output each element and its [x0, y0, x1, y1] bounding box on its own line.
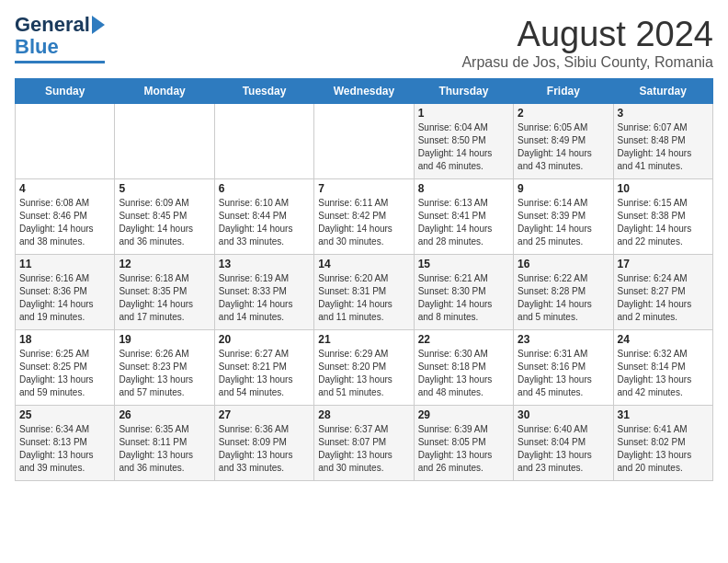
day-number: 17 — [618, 258, 709, 270]
logo-arrow-icon — [92, 16, 105, 34]
logo-blue-text: Blue — [15, 35, 59, 59]
day-number: 13 — [219, 258, 310, 270]
calendar-cell: 19Sunrise: 6:26 AM Sunset: 8:23 PM Dayli… — [115, 330, 214, 406]
column-header-friday: Friday — [514, 79, 613, 104]
day-info: Sunrise: 6:21 AM Sunset: 8:30 PM Dayligh… — [418, 272, 509, 324]
day-number: 21 — [318, 333, 409, 346]
day-info: Sunrise: 6:31 AM Sunset: 8:16 PM Dayligh… — [518, 348, 609, 399]
calendar-cell: 7Sunrise: 6:11 AM Sunset: 8:42 PM Daylig… — [314, 179, 414, 255]
day-info: Sunrise: 6:34 AM Sunset: 8:13 PM Dayligh… — [19, 423, 110, 475]
calendar-week-row: 11Sunrise: 6:16 AM Sunset: 8:36 PM Dayli… — [16, 255, 713, 330]
day-info: Sunrise: 6:27 AM Sunset: 8:21 PM Dayligh… — [219, 348, 310, 399]
calendar-cell: 22Sunrise: 6:30 AM Sunset: 8:18 PM Dayli… — [414, 330, 513, 406]
location-title: Arpasu de Jos, Sibiu County, Romania — [461, 54, 713, 71]
calendar-cell: 3Sunrise: 6:07 AM Sunset: 8:48 PM Daylig… — [613, 104, 712, 179]
column-header-tuesday: Tuesday — [214, 79, 313, 104]
day-number: 20 — [219, 333, 310, 346]
day-number: 6 — [219, 182, 310, 195]
calendar-cell: 16Sunrise: 6:22 AM Sunset: 8:28 PM Dayli… — [514, 255, 613, 330]
calendar-cell: 10Sunrise: 6:15 AM Sunset: 8:38 PM Dayli… — [613, 179, 712, 255]
day-number: 8 — [418, 182, 509, 195]
day-number: 27 — [219, 408, 310, 421]
day-number: 30 — [518, 408, 609, 421]
day-info: Sunrise: 6:09 AM Sunset: 8:45 PM Dayligh… — [119, 197, 210, 248]
day-number: 14 — [318, 258, 409, 270]
column-header-sunday: Sunday — [16, 79, 115, 104]
day-info: Sunrise: 6:37 AM Sunset: 8:07 PM Dayligh… — [318, 423, 409, 475]
day-number: 22 — [418, 333, 509, 346]
day-info: Sunrise: 6:29 AM Sunset: 8:20 PM Dayligh… — [318, 348, 409, 399]
calendar-cell — [16, 104, 115, 179]
day-info: Sunrise: 6:22 AM Sunset: 8:28 PM Dayligh… — [518, 272, 609, 324]
calendar-table: SundayMondayTuesdayWednesdayThursdayFrid… — [15, 78, 713, 481]
day-info: Sunrise: 6:36 AM Sunset: 8:09 PM Dayligh… — [219, 423, 310, 475]
calendar-cell: 24Sunrise: 6:32 AM Sunset: 8:14 PM Dayli… — [613, 330, 712, 406]
day-info: Sunrise: 6:15 AM Sunset: 8:38 PM Dayligh… — [618, 197, 709, 248]
calendar-cell: 25Sunrise: 6:34 AM Sunset: 8:13 PM Dayli… — [16, 406, 115, 481]
day-info: Sunrise: 6:05 AM Sunset: 8:49 PM Dayligh… — [518, 121, 609, 173]
logo: General Blue — [15, 15, 105, 63]
day-info: Sunrise: 6:08 AM Sunset: 8:46 PM Dayligh… — [19, 197, 110, 248]
calendar-cell: 27Sunrise: 6:36 AM Sunset: 8:09 PM Dayli… — [214, 406, 313, 481]
calendar-cell: 6Sunrise: 6:10 AM Sunset: 8:44 PM Daylig… — [214, 179, 313, 255]
day-info: Sunrise: 6:24 AM Sunset: 8:27 PM Dayligh… — [618, 272, 709, 324]
column-header-monday: Monday — [115, 79, 214, 104]
header: General Blue August 2024 Arpasu de Jos, … — [15, 15, 713, 71]
calendar-cell — [214, 104, 313, 179]
day-number: 12 — [119, 258, 210, 270]
calendar-cell — [115, 104, 214, 179]
column-header-wednesday: Wednesday — [314, 79, 414, 104]
day-info: Sunrise: 6:11 AM Sunset: 8:42 PM Dayligh… — [318, 197, 409, 248]
calendar-cell: 18Sunrise: 6:25 AM Sunset: 8:25 PM Dayli… — [16, 330, 115, 406]
day-info: Sunrise: 6:35 AM Sunset: 8:11 PM Dayligh… — [119, 423, 210, 475]
calendar-cell: 29Sunrise: 6:39 AM Sunset: 8:05 PM Dayli… — [414, 406, 513, 481]
day-info: Sunrise: 6:19 AM Sunset: 8:33 PM Dayligh… — [219, 272, 310, 324]
day-info: Sunrise: 6:20 AM Sunset: 8:31 PM Dayligh… — [318, 272, 409, 324]
day-number: 7 — [318, 182, 409, 195]
day-number: 15 — [418, 258, 509, 270]
day-number: 11 — [19, 258, 110, 270]
calendar-cell: 28Sunrise: 6:37 AM Sunset: 8:07 PM Dayli… — [314, 406, 414, 481]
day-number: 25 — [19, 408, 110, 421]
calendar-cell: 17Sunrise: 6:24 AM Sunset: 8:27 PM Dayli… — [613, 255, 712, 330]
day-info: Sunrise: 6:25 AM Sunset: 8:25 PM Dayligh… — [19, 348, 110, 399]
day-number: 28 — [318, 408, 409, 421]
calendar-cell: 15Sunrise: 6:21 AM Sunset: 8:30 PM Dayli… — [414, 255, 513, 330]
day-info: Sunrise: 6:14 AM Sunset: 8:39 PM Dayligh… — [518, 197, 609, 248]
day-info: Sunrise: 6:04 AM Sunset: 8:50 PM Dayligh… — [418, 121, 509, 173]
calendar-cell: 21Sunrise: 6:29 AM Sunset: 8:20 PM Dayli… — [314, 330, 414, 406]
title-area: August 2024 Arpasu de Jos, Sibiu County,… — [461, 15, 713, 71]
day-number: 9 — [518, 182, 609, 195]
calendar-cell: 30Sunrise: 6:40 AM Sunset: 8:04 PM Dayli… — [514, 406, 613, 481]
day-number: 2 — [518, 107, 609, 120]
calendar-cell: 9Sunrise: 6:14 AM Sunset: 8:39 PM Daylig… — [514, 179, 613, 255]
day-info: Sunrise: 6:26 AM Sunset: 8:23 PM Dayligh… — [119, 348, 210, 399]
calendar-header-row: SundayMondayTuesdayWednesdayThursdayFrid… — [16, 79, 713, 104]
day-info: Sunrise: 6:40 AM Sunset: 8:04 PM Dayligh… — [518, 423, 609, 475]
calendar-cell: 14Sunrise: 6:20 AM Sunset: 8:31 PM Dayli… — [314, 255, 414, 330]
calendar-week-row: 4Sunrise: 6:08 AM Sunset: 8:46 PM Daylig… — [16, 179, 713, 255]
calendar-week-row: 1Sunrise: 6:04 AM Sunset: 8:50 PM Daylig… — [16, 104, 713, 179]
calendar-cell: 4Sunrise: 6:08 AM Sunset: 8:46 PM Daylig… — [16, 179, 115, 255]
calendar-cell: 2Sunrise: 6:05 AM Sunset: 8:49 PM Daylig… — [514, 104, 613, 179]
calendar-cell: 8Sunrise: 6:13 AM Sunset: 8:41 PM Daylig… — [414, 179, 513, 255]
calendar-cell: 11Sunrise: 6:16 AM Sunset: 8:36 PM Dayli… — [16, 255, 115, 330]
column-header-saturday: Saturday — [613, 79, 712, 104]
calendar-cell: 12Sunrise: 6:18 AM Sunset: 8:35 PM Dayli… — [115, 255, 214, 330]
day-number: 29 — [418, 408, 509, 421]
day-info: Sunrise: 6:32 AM Sunset: 8:14 PM Dayligh… — [618, 348, 709, 399]
calendar-cell: 26Sunrise: 6:35 AM Sunset: 8:11 PM Dayli… — [115, 406, 214, 481]
calendar-cell: 1Sunrise: 6:04 AM Sunset: 8:50 PM Daylig… — [414, 104, 513, 179]
column-header-thursday: Thursday — [414, 79, 513, 104]
day-info: Sunrise: 6:07 AM Sunset: 8:48 PM Dayligh… — [618, 121, 709, 173]
day-info: Sunrise: 6:30 AM Sunset: 8:18 PM Dayligh… — [418, 348, 509, 399]
day-info: Sunrise: 6:41 AM Sunset: 8:02 PM Dayligh… — [618, 423, 709, 475]
day-number: 18 — [19, 333, 110, 346]
day-info: Sunrise: 6:10 AM Sunset: 8:44 PM Dayligh… — [219, 197, 310, 248]
day-info: Sunrise: 6:18 AM Sunset: 8:35 PM Dayligh… — [119, 272, 210, 324]
calendar-cell: 5Sunrise: 6:09 AM Sunset: 8:45 PM Daylig… — [115, 179, 214, 255]
day-number: 19 — [119, 333, 210, 346]
day-number: 31 — [618, 408, 709, 421]
day-number: 24 — [618, 333, 709, 346]
day-number: 26 — [119, 408, 210, 421]
